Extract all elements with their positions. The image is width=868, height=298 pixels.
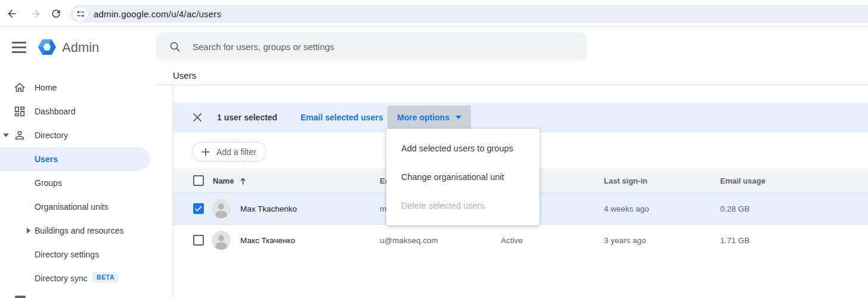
- sidebar-item-dashboard[interactable]: Dashboard: [0, 100, 150, 123]
- chevron-down-icon[interactable]: [3, 134, 9, 137]
- sidebar-item-organisational-units[interactable]: Organisational units: [0, 195, 150, 219]
- beta-badge: BETA: [92, 272, 119, 283]
- sort-ascending-icon: [239, 177, 247, 185]
- row-checkbox[interactable]: [193, 235, 204, 246]
- back-icon[interactable]: [6, 8, 18, 20]
- user-email-usage: 0.28 GB: [720, 193, 750, 225]
- chevron-down-icon: [455, 116, 461, 119]
- person-icon: [13, 129, 26, 142]
- email-selected-users-link[interactable]: Email selected users: [300, 103, 383, 132]
- sidebar-item-label: Dashboard: [35, 107, 76, 116]
- sidebar-item-directory[interactable]: Directory: [0, 123, 150, 147]
- user-email: m: [380, 193, 386, 225]
- selection-count: 1 user selected: [217, 103, 277, 132]
- sidebar-item-label: Directory: [35, 131, 68, 140]
- sidebar-item-label: Directory sync: [35, 274, 88, 283]
- column-header-email-usage[interactable]: Email usage: [720, 169, 765, 193]
- plus-icon: [201, 147, 210, 157]
- dashboard-icon: [13, 105, 26, 118]
- admin-wordmark: Admin: [62, 40, 99, 55]
- admin-logo-icon: [37, 37, 57, 57]
- sidebar-item-buildings-and-resources[interactable]: Buildings and resources: [0, 219, 150, 243]
- menu-icon[interactable]: [12, 42, 26, 54]
- user-status: Active: [501, 225, 523, 256]
- sidebar-item-directory-settings[interactable]: Directory settings: [0, 243, 150, 266]
- select-all-checkbox[interactable]: [193, 175, 204, 186]
- url-text: admin.google.com/u/4/ac/users: [94, 9, 221, 19]
- column-header-label: Name: [213, 169, 234, 193]
- menu-item-change-organisational-unit[interactable]: Change organisational unit: [386, 163, 540, 191]
- user-name[interactable]: Макс Ткаченко: [240, 225, 295, 256]
- add-filter-button[interactable]: Add a filter: [192, 142, 266, 162]
- forward-icon: [30, 8, 42, 20]
- more-options-menu: Add selected users to groups Change orga…: [386, 129, 540, 225]
- table-row[interactable]: Макс Ткаченко u@makseq.com Active 3 year…: [173, 225, 868, 256]
- sidebar-item-home[interactable]: Home: [0, 76, 150, 100]
- search-bar[interactable]: [156, 33, 587, 60]
- user-email-usage: 1.71 GB: [720, 225, 750, 256]
- page-title: Users: [173, 70, 196, 80]
- reload-icon[interactable]: [50, 8, 62, 20]
- avatar: [212, 199, 231, 218]
- more-options-button[interactable]: More options: [388, 105, 471, 129]
- sidebar-item-label: Directory settings: [35, 250, 99, 259]
- search-icon: [169, 41, 181, 52]
- tune-icon: [77, 10, 85, 18]
- column-header-name[interactable]: Name: [213, 169, 247, 193]
- address-bar[interactable]: admin.google.com/u/4/ac/users: [70, 5, 868, 23]
- column-header-last-sign-in[interactable]: Last sign-in: [604, 169, 647, 193]
- divider: [156, 85, 868, 85]
- sidebar-item-label: Users: [35, 154, 58, 164]
- sidebar-item-groups[interactable]: Groups: [0, 171, 150, 195]
- home-icon: [13, 81, 26, 94]
- sidebar-item-label: Buildings and resources: [35, 226, 123, 235]
- close-icon[interactable]: [192, 112, 203, 123]
- sidebar-item-users[interactable]: Users: [0, 147, 150, 171]
- add-filter-label: Add a filter: [216, 147, 256, 157]
- site-info-icon[interactable]: [74, 7, 88, 21]
- user-last-sign-in: 3 years ago: [604, 225, 646, 256]
- menu-item-delete-selected-users: Delete selected users: [386, 191, 540, 220]
- more-options-label: More options: [397, 113, 450, 122]
- user-email: u@makseq.com: [380, 225, 438, 256]
- sidebar-item-label: Organisational units: [35, 202, 108, 212]
- user-last-sign-in: 4 weeks ago: [604, 193, 649, 225]
- search-input[interactable]: [193, 42, 550, 52]
- checkmark-icon: [193, 203, 204, 214]
- sidebar-item-label: Groups: [35, 178, 62, 188]
- devices-icon: [15, 296, 26, 298]
- user-name[interactable]: Max Tkachenko: [240, 193, 297, 225]
- selection-bar: 1 user selected Email selected users Mor…: [173, 103, 868, 132]
- menu-item-add-selected-users-to-groups[interactable]: Add selected users to groups: [386, 134, 540, 163]
- chevron-right-icon[interactable]: [27, 228, 30, 234]
- sidebar-item-directory-sync[interactable]: Directory sync BETA: [0, 266, 150, 290]
- avatar: [212, 231, 231, 250]
- row-checkbox-checked[interactable]: [193, 203, 204, 214]
- browser-toolbar: admin.google.com/u/4/ac/users: [0, 0, 868, 27]
- screen: admin.google.com/u/4/ac/users Admin Home…: [0, 0, 868, 298]
- sidebar-item-label: Home: [35, 83, 57, 92]
